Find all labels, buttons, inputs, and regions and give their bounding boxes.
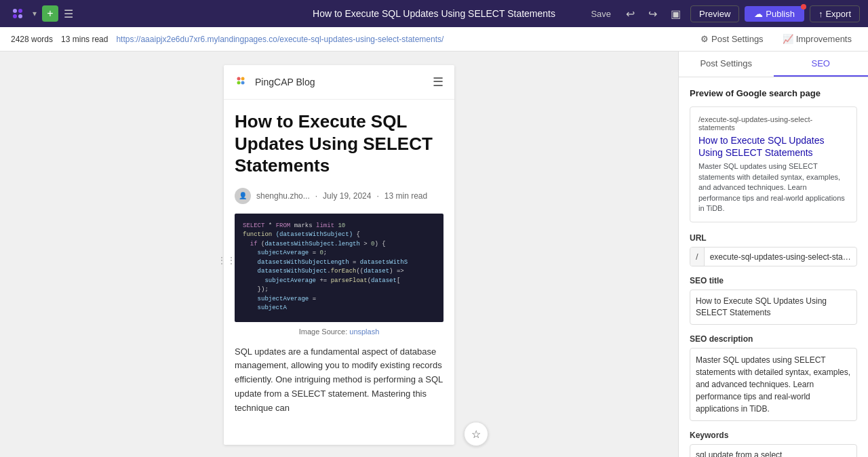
- topbar-chevron-icon[interactable]: ▾: [33, 9, 37, 18]
- keywords-label: Keywords: [690, 431, 857, 440]
- separator-dot: ·: [315, 191, 317, 201]
- post-settings-button[interactable]: ⚙ Post Settings: [695, 31, 769, 47]
- editor-area: PingCAP Blog ☰ How to Execute SQL Update…: [0, 52, 678, 457]
- svg-point-6: [237, 81, 241, 85]
- seo-title-label: SEO title: [690, 276, 857, 285]
- author-avatar: 👤: [235, 188, 251, 204]
- google-preview: /execute-sql-updates-using-select-statem…: [690, 106, 857, 222]
- export-button[interactable]: ↑ Export: [810, 5, 860, 22]
- drag-handle-icon[interactable]: ⋮⋮: [217, 255, 236, 266]
- document-title: How to Execute SQL Updates Using SELECT …: [313, 8, 555, 19]
- redo-button[interactable]: ↪: [644, 5, 661, 23]
- page-url[interactable]: https://aaaipjx2e6du7xr6.mylandingpages.…: [116, 35, 443, 44]
- panel-content: Preview of Google search page /execute-s…: [679, 77, 868, 457]
- publish-icon: ☁: [754, 9, 763, 19]
- app-logo: [8, 4, 27, 23]
- save-button[interactable]: Save: [585, 6, 616, 22]
- keywords-field[interactable]: sql update from a select: [690, 444, 857, 457]
- svg-point-0: [13, 9, 17, 13]
- export-icon: ↑: [818, 9, 823, 19]
- svg-point-2: [13, 14, 17, 18]
- google-preview-title: Preview of Google search page: [690, 88, 857, 98]
- preview-button[interactable]: Preview: [690, 5, 739, 22]
- svg-point-1: [18, 9, 22, 13]
- read-time: 13 mins read: [61, 35, 108, 44]
- editor-card: PingCAP Blog ☰ How to Execute SQL Update…: [224, 65, 454, 445]
- unsplash-link[interactable]: unsplash: [349, 327, 379, 336]
- panel-tabs: Post Settings SEO: [679, 52, 868, 77]
- svg-point-5: [241, 77, 245, 81]
- add-button[interactable]: +: [42, 5, 58, 22]
- article-read-time: 13 min read: [384, 191, 427, 201]
- blog-content: How to Execute SQL Updates Using SELECT …: [224, 100, 454, 426]
- blog-header: PingCAP Blog ☰: [224, 65, 454, 100]
- star-icon: ☆: [471, 428, 481, 441]
- blog-logo-area: PingCAP Blog: [235, 75, 315, 90]
- topbar-right: Save ↩ ↪ ▣ Preview ☁ Publish ↑ Export: [585, 5, 860, 23]
- publish-button[interactable]: ☁ Publish: [745, 6, 804, 22]
- gp-url: /execute-sql-updates-using-select-statem…: [698, 115, 848, 132]
- seo-title-group: SEO title How to Execute SQL Updates Usi…: [690, 276, 857, 325]
- star-button[interactable]: ☆: [464, 422, 488, 446]
- list-icon[interactable]: ☰: [64, 7, 73, 20]
- svg-point-7: [241, 81, 245, 85]
- publish-date: July 19, 2024: [323, 191, 371, 201]
- tab-seo[interactable]: SEO: [774, 52, 869, 77]
- code-image: SELECT * FROM marks limit 10 function (d…: [235, 214, 443, 322]
- tab-post-settings[interactable]: Post Settings: [679, 52, 774, 77]
- seo-desc-label: SEO description: [690, 334, 857, 344]
- svg-point-3: [18, 14, 22, 18]
- main-layout: PingCAP Blog ☰ How to Execute SQL Update…: [0, 52, 868, 457]
- separator-dot2: ·: [376, 191, 378, 201]
- seo-title-field[interactable]: How to Execute SQL Updates Using SELECT …: [690, 290, 857, 325]
- gp-title: How to Execute SQL Updates Using SELECT …: [698, 134, 848, 159]
- seo-desc-group: SEO description Master SQL updates using…: [690, 334, 857, 421]
- topbar-left: ▾ + ☰: [8, 4, 73, 23]
- settings-icon: ⚙: [701, 34, 709, 44]
- blog-title: How to Execute SQL Updates Using SELECT …: [235, 111, 443, 177]
- right-panel: Post Settings SEO Preview of Google sear…: [678, 52, 868, 457]
- image-caption: Image Source: unsplash: [235, 327, 443, 336]
- url-field-group: URL / execute-sql-updates-using-select-s…: [690, 233, 857, 266]
- author-name: shenghu.zho...: [256, 191, 310, 201]
- seo-desc-field[interactable]: Master SQL updates using SELECT statemen…: [690, 348, 857, 421]
- url-value[interactable]: execute-sql-updates-using-select-stateme…: [705, 248, 856, 266]
- blog-name: PingCAP Blog: [255, 77, 315, 87]
- improvements-icon: 📈: [783, 34, 793, 44]
- svg-point-4: [237, 77, 241, 81]
- subbar: 2428 words 13 mins read https://aaaipjx2…: [0, 27, 868, 52]
- improvements-button[interactable]: 📈 Improvements: [777, 31, 857, 47]
- gp-desc: Master SQL updates using SELECT statemen…: [698, 161, 848, 214]
- monitor-button[interactable]: ▣: [667, 5, 685, 23]
- blog-menu-icon[interactable]: ☰: [433, 75, 443, 90]
- url-field: / execute-sql-updates-using-select-state…: [690, 247, 857, 266]
- blog-body-text: SQL updates are a fundamental aspect of …: [235, 345, 443, 416]
- topbar: ▾ + ☰ How to Execute SQL Updates Using S…: [0, 0, 868, 27]
- keywords-group: Keywords sql update from a select: [690, 431, 857, 457]
- undo-button[interactable]: ↩: [622, 5, 639, 23]
- word-count: 2428 words: [11, 35, 53, 44]
- url-slash: /: [690, 247, 705, 266]
- blog-meta: 👤 shenghu.zho... · July 19, 2024 · 13 mi…: [235, 188, 443, 204]
- url-label: URL: [690, 233, 857, 243]
- notification-dot: [801, 4, 806, 9]
